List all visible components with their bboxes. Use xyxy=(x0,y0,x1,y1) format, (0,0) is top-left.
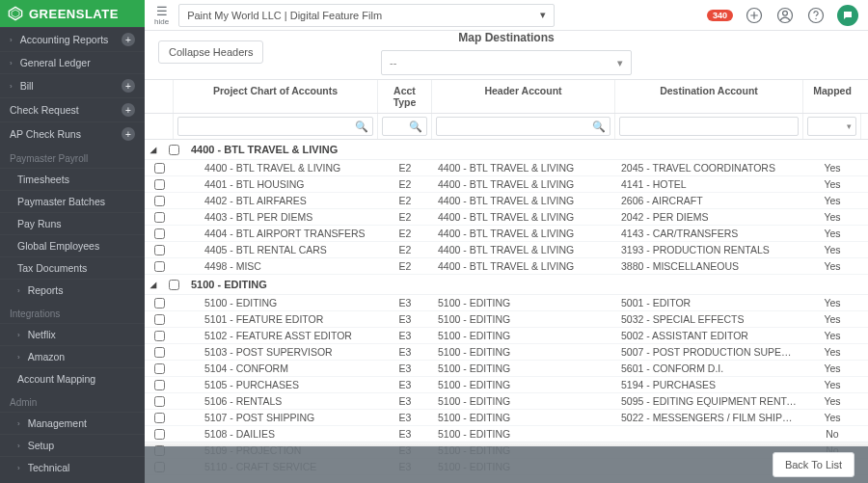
col-header-account[interactable]: Header Account xyxy=(432,80,615,113)
table-row[interactable]: 4404 - BTL AIRPORT TRANSFERSE24400 - BTL… xyxy=(145,226,868,242)
row-checkbox[interactable] xyxy=(154,314,165,325)
row-checkbox[interactable] xyxy=(154,212,165,223)
row-checkbox[interactable] xyxy=(154,363,165,374)
cell-acct: E3 xyxy=(378,395,432,407)
table-row[interactable]: 5102 - FEATURE ASST EDITORE35100 - EDITI… xyxy=(145,328,868,344)
table-row[interactable]: 4403 - BTL PER DIEMSE24400 - BTL TRAVEL … xyxy=(145,209,868,226)
filter-acct[interactable]: 🔍 xyxy=(382,117,427,136)
cell-head: 5100 - EDITING xyxy=(432,379,615,390)
sidebar-item[interactable]: Check Request+ xyxy=(0,97,145,121)
cell-acct: E3 xyxy=(378,330,432,341)
sidebar-item[interactable]: ›Management xyxy=(0,412,145,434)
hide-icon: ☰ xyxy=(156,5,168,17)
col-acct-type[interactable]: Acct Type xyxy=(378,80,432,113)
add-button[interactable] xyxy=(745,6,764,25)
table-row[interactable]: 4400 - BTL TRAVEL & LIVINGE24400 - BTL T… xyxy=(145,160,868,176)
row-checkbox[interactable] xyxy=(154,413,165,423)
brand-logo: GREENSLATE xyxy=(0,0,145,27)
table-row[interactable]: 5106 - RENTALSE35100 - EDITING5095 - EDI… xyxy=(145,393,868,410)
table-row[interactable]: 5104 - CONFORME35100 - EDITING5601 - CON… xyxy=(145,361,868,377)
plus-icon[interactable]: + xyxy=(122,79,135,93)
table-header: Project Chart of Accounts Acct Type Head… xyxy=(145,80,868,114)
cell-acct: E2 xyxy=(378,260,432,272)
row-checkbox[interactable] xyxy=(154,429,165,440)
group-header[interactable]: ◢4400 - BTL TRAVEL & LIVING xyxy=(145,140,868,160)
table-row[interactable]: 5107 - POST SHIPPINGE35100 - EDITING5022… xyxy=(145,410,868,426)
hide-sidebar-button[interactable]: ☰ hide xyxy=(154,5,169,26)
table-row[interactable]: 4402 - BTL AIRFARESE24400 - BTL TRAVEL &… xyxy=(145,193,868,209)
sidebar-item[interactable]: AP Check Runs+ xyxy=(0,121,145,146)
back-to-list-button[interactable]: Back To List xyxy=(773,452,854,477)
row-checkbox[interactable] xyxy=(154,228,165,239)
table-row[interactable]: 5103 - POST SUPERVISORE35100 - EDITING50… xyxy=(145,344,868,361)
cell-acct: E3 xyxy=(378,379,432,390)
svg-marker-1 xyxy=(12,10,19,17)
sidebar-item-label: General Ledger xyxy=(20,57,91,68)
cell-pca: 5104 - CONFORM xyxy=(174,362,378,374)
table-row[interactable]: 5105 - PURCHASESE35100 - EDITING5194 - P… xyxy=(145,377,868,393)
sidebar-item[interactable]: ›Amazon xyxy=(0,345,145,367)
row-checkbox[interactable] xyxy=(154,196,165,206)
chat-icon[interactable] xyxy=(837,5,858,26)
collapse-headers-button[interactable]: Collapse Headers xyxy=(158,40,263,64)
cell-pca: 4401 - BTL HOUSING xyxy=(174,178,378,190)
sidebar-item[interactable]: ›Accounting Reports+ xyxy=(0,27,145,51)
row-checkbox[interactable] xyxy=(154,331,165,341)
cell-map: Yes xyxy=(803,244,861,255)
table-row[interactable]: 5101 - FEATURE EDITORE35100 - EDITING503… xyxy=(145,311,868,328)
col-destination[interactable]: Destination Account xyxy=(615,80,803,113)
row-checkbox[interactable] xyxy=(154,380,165,390)
sidebar-item-label: Check Request xyxy=(10,104,79,116)
svg-point-6 xyxy=(815,17,816,18)
help-icon[interactable] xyxy=(806,6,826,25)
plus-icon[interactable]: + xyxy=(122,103,135,117)
table-row[interactable]: 4401 - BTL HOUSINGE24400 - BTL TRAVEL & … xyxy=(145,176,868,193)
destination-select-value: -- xyxy=(390,57,396,68)
group-header[interactable]: ◢5100 - EDITING xyxy=(145,275,868,295)
table-row[interactable]: 5100 - EDITINGE35100 - EDITING5001 - EDI… xyxy=(145,295,868,311)
col-project-chart[interactable]: Project Chart of Accounts xyxy=(174,80,378,113)
sidebar-item[interactable]: ›Reports xyxy=(0,279,145,301)
user-icon[interactable] xyxy=(775,6,795,25)
row-checkbox[interactable] xyxy=(154,261,165,272)
filter-pca[interactable]: 🔍 xyxy=(177,117,373,136)
sidebar-item[interactable]: ›General Ledger xyxy=(0,51,145,73)
plus-icon[interactable]: + xyxy=(122,33,135,46)
table-row[interactable]: 4498 - MISCE24400 - BTL TRAVEL & LIVING3… xyxy=(145,258,868,275)
sidebar-item[interactable]: ›Setup xyxy=(0,434,145,456)
svg-marker-0 xyxy=(9,7,21,19)
sidebar-item[interactable]: ›Bill+ xyxy=(0,73,145,97)
col-mapped[interactable]: Mapped xyxy=(803,80,861,113)
row-checkbox[interactable] xyxy=(154,163,165,174)
sidebar-item[interactable]: ›Technical xyxy=(0,456,145,478)
row-checkbox[interactable] xyxy=(154,347,165,358)
destination-select[interactable]: -- ▾ xyxy=(381,50,632,75)
sidebar-item[interactable]: Tax Documents xyxy=(0,256,145,279)
row-checkbox[interactable] xyxy=(154,245,165,255)
search-icon: 🔍 xyxy=(592,121,606,133)
sidebar-item[interactable]: Global Employees xyxy=(0,234,145,256)
sidebar-item[interactable]: Timesheets xyxy=(0,168,145,190)
cell-pca: 5108 - DAILIES xyxy=(174,428,378,440)
chevron-down-icon: ▾ xyxy=(617,57,623,69)
group-checkbox[interactable] xyxy=(169,145,179,155)
sidebar-item[interactable]: ›Netflix xyxy=(0,323,145,345)
group-checkbox[interactable] xyxy=(169,280,179,290)
cell-head: 4400 - BTL TRAVEL & LIVING xyxy=(432,244,615,255)
cell-head: 4400 - BTL TRAVEL & LIVING xyxy=(432,195,615,206)
cell-acct: E2 xyxy=(378,244,432,255)
row-checkbox[interactable] xyxy=(154,396,165,407)
notification-badge[interactable]: 340 xyxy=(707,10,733,21)
row-checkbox[interactable] xyxy=(154,179,165,190)
filter-dest[interactable] xyxy=(619,117,799,136)
sidebar-item[interactable]: Pay Runs xyxy=(0,212,145,234)
project-selector[interactable]: Paint My World LLC | Digital Feature Fil… xyxy=(178,4,555,27)
cell-dest: 4141 - HOTEL xyxy=(615,178,803,190)
filter-map[interactable]: ▾ xyxy=(807,117,856,136)
filter-head[interactable]: 🔍 xyxy=(436,117,610,136)
sidebar-item[interactable]: Account Mapping xyxy=(0,367,145,389)
sidebar-item[interactable]: Paymaster Batches xyxy=(0,190,145,212)
row-checkbox[interactable] xyxy=(154,298,165,309)
table-row[interactable]: 4405 - BTL RENTAL CARSE24400 - BTL TRAVE… xyxy=(145,242,868,258)
plus-icon[interactable]: + xyxy=(122,127,135,141)
